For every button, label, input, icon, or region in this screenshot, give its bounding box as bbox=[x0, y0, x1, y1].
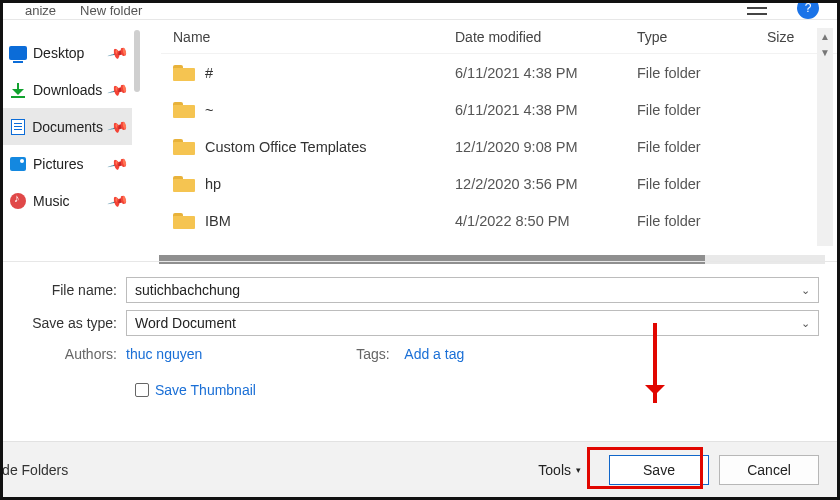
file-list-area: Name Date modified Type Size # 6/11/2021… bbox=[133, 20, 837, 258]
file-date: 6/11/2021 4:38 PM bbox=[455, 65, 637, 81]
tags-label: Tags: bbox=[356, 346, 404, 362]
divider bbox=[3, 261, 837, 262]
vertical-scrollbar[interactable]: ▲ ▼ bbox=[817, 28, 833, 246]
sidebar-item-desktop[interactable]: Desktop 📌 bbox=[3, 34, 132, 71]
tags-value[interactable]: Add a tag bbox=[404, 346, 464, 362]
organize-button[interactable]: anize bbox=[25, 3, 56, 15]
new-folder-button[interactable]: New folder bbox=[80, 3, 142, 15]
file-type: File folder bbox=[637, 176, 767, 192]
authors-label: Authors: bbox=[31, 346, 126, 362]
file-row[interactable]: hp 12/2/2020 3:56 PM File folder bbox=[161, 165, 837, 202]
pin-icon[interactable]: 📌 bbox=[106, 189, 129, 211]
filename-value: sutichbachchung bbox=[135, 282, 240, 298]
file-name: IBM bbox=[205, 213, 231, 229]
chevron-down-icon[interactable]: ⌄ bbox=[801, 317, 810, 330]
desktop-icon bbox=[9, 46, 27, 60]
save-thumbnail-label[interactable]: Save Thumbnail bbox=[155, 382, 256, 398]
sidebar-item-documents[interactable]: Documents 📌 bbox=[3, 108, 132, 145]
saveastype-value: Word Document bbox=[135, 315, 236, 331]
file-type: File folder bbox=[637, 65, 767, 81]
file-type: File folder bbox=[637, 213, 767, 229]
col-header-type[interactable]: Type bbox=[637, 29, 767, 45]
chevron-down-icon: ▾ bbox=[576, 465, 581, 475]
file-type: File folder bbox=[637, 139, 767, 155]
column-headers: Name Date modified Type Size bbox=[161, 20, 837, 54]
sidebar-item-label: Pictures bbox=[33, 156, 84, 172]
filename-label: File name: bbox=[31, 282, 126, 298]
folder-icon bbox=[173, 176, 195, 192]
file-date: 4/1/2022 8:50 PM bbox=[455, 213, 637, 229]
folder-icon bbox=[173, 65, 195, 81]
file-name: Custom Office Templates bbox=[205, 139, 366, 155]
folder-icon bbox=[173, 213, 195, 229]
pin-icon[interactable]: 📌 bbox=[106, 152, 129, 174]
document-icon bbox=[11, 119, 25, 135]
scroll-up-icon[interactable]: ▲ bbox=[817, 28, 833, 44]
download-icon bbox=[11, 83, 25, 97]
main-area: Desktop 📌 Downloads 📌 Documents 📌 Pictur… bbox=[3, 20, 837, 258]
file-type: File folder bbox=[637, 102, 767, 118]
sidebar-item-music[interactable]: Music 📌 bbox=[3, 182, 132, 219]
file-date: 12/1/2020 9:08 PM bbox=[455, 139, 637, 155]
pin-icon[interactable]: 📌 bbox=[106, 78, 129, 100]
sidebar-item-label: Music bbox=[33, 193, 70, 209]
col-header-name[interactable]: Name bbox=[161, 29, 455, 45]
view-mode-icon[interactable] bbox=[747, 1, 767, 15]
saveastype-select[interactable]: Word Document ⌄ bbox=[126, 310, 819, 336]
tools-label: Tools bbox=[538, 462, 571, 478]
saveastype-label: Save as type: bbox=[31, 315, 126, 331]
col-header-date[interactable]: Date modified bbox=[455, 29, 637, 45]
sidebar-item-label: Desktop bbox=[33, 45, 84, 61]
hide-folders-link[interactable]: ide Folders bbox=[0, 462, 68, 478]
file-row[interactable]: # 6/11/2021 4:38 PM File folder bbox=[161, 54, 837, 91]
pin-icon[interactable]: 📌 bbox=[106, 115, 129, 137]
pictures-icon bbox=[10, 157, 26, 171]
file-name: hp bbox=[205, 176, 221, 192]
scroll-down-icon[interactable]: ▼ bbox=[817, 44, 833, 60]
tools-menu[interactable]: Tools ▾ bbox=[538, 462, 581, 478]
top-toolbar: anize New folder bbox=[3, 3, 837, 15]
chevron-down-icon[interactable]: ⌄ bbox=[801, 284, 810, 297]
file-date: 12/2/2020 3:56 PM bbox=[455, 176, 637, 192]
filename-input[interactable]: sutichbachchung ⌄ bbox=[126, 277, 819, 303]
music-icon bbox=[10, 193, 26, 209]
file-row[interactable]: ~ 6/11/2021 4:38 PM File folder bbox=[161, 91, 837, 128]
sidebar-item-label: Downloads bbox=[33, 82, 102, 98]
file-name: ~ bbox=[205, 102, 213, 118]
help-icon[interactable]: ? bbox=[797, 0, 819, 19]
sidebar-item-pictures[interactable]: Pictures 📌 bbox=[3, 145, 132, 182]
horizontal-scrollbar[interactable] bbox=[159, 255, 825, 264]
save-button[interactable]: Save bbox=[609, 455, 709, 485]
sidebar-item-label: Documents bbox=[32, 119, 103, 135]
file-date: 6/11/2021 4:38 PM bbox=[455, 102, 637, 118]
file-row[interactable]: IBM 4/1/2022 8:50 PM File folder bbox=[161, 202, 837, 239]
nav-sidebar: Desktop 📌 Downloads 📌 Documents 📌 Pictur… bbox=[3, 20, 133, 258]
sidebar-item-downloads[interactable]: Downloads 📌 bbox=[3, 71, 132, 108]
pin-icon[interactable]: 📌 bbox=[106, 41, 129, 63]
file-name: # bbox=[205, 65, 213, 81]
file-row[interactable]: Custom Office Templates 12/1/2020 9:08 P… bbox=[161, 128, 837, 165]
folder-icon bbox=[173, 139, 195, 155]
cancel-button[interactable]: Cancel bbox=[719, 455, 819, 485]
folder-icon bbox=[173, 102, 195, 118]
authors-value[interactable]: thuc nguyen bbox=[126, 346, 202, 362]
save-thumbnail-checkbox[interactable] bbox=[135, 383, 149, 397]
footer-bar: ide Folders Tools ▾ Save Cancel bbox=[3, 441, 837, 497]
save-fields: File name: sutichbachchung ⌄ Save as typ… bbox=[3, 275, 837, 398]
